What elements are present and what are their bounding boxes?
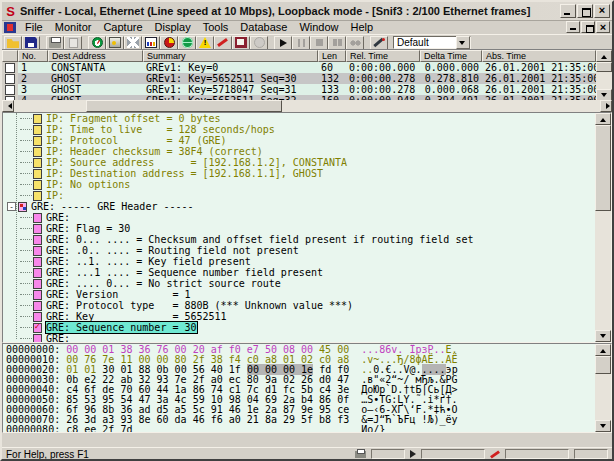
define-filter-button[interactable] <box>124 36 142 50</box>
decode-line[interactable]: IP: Header checksum = 38F4 (correct) <box>3 146 595 157</box>
hex-row[interactable]: 00000060: 6f 96 8b 36 ad d5 a5 5c 91 46 … <box>3 404 595 414</box>
open-button[interactable] <box>4 36 22 50</box>
table-row[interactable]: 2GHOSTGREv1: Key=5652511 Seq=301320:00:0… <box>2 73 596 84</box>
column-header-delta-time[interactable]: Delta Time <box>420 50 482 62</box>
table-row[interactable]: 1CONSTANTAGREv1: Key=0600:00:00.0000.000… <box>2 62 596 73</box>
scroll-up-button[interactable] <box>596 50 612 62</box>
decode-line[interactable]: IP: Fragment offset = 0 bytes <box>3 113 595 124</box>
scroll-down-button[interactable] <box>595 420 611 432</box>
decode-line-selected[interactable]: GRE: Sequence number = 30 <box>3 322 595 333</box>
save-button[interactable] <box>22 36 40 50</box>
menu-monitor[interactable]: Monitor <box>49 21 98 33</box>
decode-line[interactable]: GRE: .... 0... = No strict source route <box>3 278 595 289</box>
scroll-left-button[interactable] <box>2 100 14 112</box>
column-header-summary[interactable]: Summary <box>143 50 318 62</box>
column-header-rel-time[interactable]: Rel. Time <box>346 50 420 62</box>
decode-line[interactable]: GRE: Flag = 30 <box>3 223 595 234</box>
menu-tools[interactable]: Tools <box>197 21 235 33</box>
table-hscrollbar[interactable] <box>2 100 612 112</box>
cell-dest: CONSTANTA <box>48 62 143 73</box>
column-header-len[interactable]: Len <box>318 50 346 62</box>
hex-row[interactable]: 00000080: c8 ee 2f 7d Ио/} <box>3 424 595 432</box>
table-row[interactable]: 3GHOSTGREv1: Key=5718047 Seq=311330:00:0… <box>2 84 596 95</box>
cell-rel: 0:00:00.278 <box>346 73 420 84</box>
scroll-thumb[interactable] <box>596 62 612 72</box>
chevron-down-icon[interactable] <box>456 36 470 49</box>
decode-line[interactable]: IP: No options <box>3 179 595 190</box>
decode-line[interactable]: GRE: 0... .... = Checksum and offset fie… <box>3 234 595 245</box>
scroll-thumb[interactable] <box>595 356 611 374</box>
start-capture-button[interactable] <box>274 36 292 50</box>
hex-row[interactable]: 00000040: c4 6f de 70 60 44 1a 86 74 c1 … <box>3 384 595 394</box>
menu-file[interactable]: File <box>19 21 49 33</box>
menu-display[interactable]: Display <box>149 21 197 33</box>
scroll-right-button[interactable] <box>600 100 612 112</box>
scroll-track <box>14 100 600 112</box>
decode-line[interactable]: GRE: Version = 1 <box>3 289 595 300</box>
status-bar: For Help, press F1 <box>2 447 612 460</box>
matrix-button[interactable] <box>178 36 196 50</box>
scroll-thumb[interactable] <box>86 100 282 112</box>
dashboard-button[interactable] <box>88 36 106 50</box>
mdi-close-button[interactable]: × <box>596 21 610 33</box>
row-checkbox[interactable] <box>5 74 15 84</box>
row-checkbox[interactable] <box>5 63 15 73</box>
print-button[interactable] <box>46 36 64 50</box>
options-button[interactable] <box>370 36 388 50</box>
decode-line[interactable]: GRE: <box>3 333 595 342</box>
decode-line[interactable]: -GRE: ----- GRE Header ----- <box>3 201 595 212</box>
scroll-down-button[interactable] <box>595 330 611 342</box>
document-icon[interactable] <box>4 22 16 33</box>
hex-row[interactable]: 00000010: 00 76 7e 11 00 00 80 2f 38 f4 … <box>3 354 595 364</box>
column-header-abs-time[interactable]: Abs. Time <box>482 50 596 62</box>
minimize-button[interactable] <box>560 4 576 18</box>
decode-pane: IP: Fragment offset = 0 bytesIP: Time to… <box>2 112 612 343</box>
capture-filter-button[interactable] <box>214 36 232 50</box>
hex-dump: 00000000: 00 00 01 38 36 76 00 20 af f0 … <box>3 344 595 432</box>
decode-text: GRE: 0... .... = Checksum and offset fie… <box>46 234 473 245</box>
menu-capture[interactable]: Capture <box>97 21 148 33</box>
hex-row[interactable]: 00000030: 0b e2 22 ab 32 93 7e 2f a0 ec … <box>3 374 595 384</box>
decode-vscrollbar[interactable] <box>595 113 611 342</box>
menu-window[interactable]: Window <box>293 21 344 33</box>
alarm-log-button[interactable] <box>196 36 214 50</box>
hex-row[interactable]: 00000050: 85 53 95 54 47 3a 4c 59 10 98 … <box>3 394 595 404</box>
decode-line[interactable]: GRE: ..1. .... = Key field present <box>3 256 595 267</box>
mdi-restore-button[interactable] <box>581 21 595 33</box>
bar-chart-button[interactable] <box>142 36 160 50</box>
row-checkbox[interactable] <box>5 85 15 95</box>
hex-row[interactable]: 00000070: 26 3d a3 93 8e 60 da 46 f6 a0 … <box>3 414 595 424</box>
decode-line[interactable]: GRE: Protocol type = 880B (*** Unknown v… <box>3 300 595 311</box>
menu-database[interactable]: Database <box>234 21 293 33</box>
profile-select[interactable]: Default <box>393 36 471 49</box>
column-header-dest-address[interactable]: Dest Address <box>48 50 143 62</box>
capture-panel-button[interactable] <box>106 36 124 50</box>
decode-line[interactable]: IP: Time to live = 128 seconds/hops <box>3 124 595 135</box>
column-header-no[interactable]: No. <box>18 50 48 62</box>
decode-line[interactable]: IP: Protocol = 47 (GRE) <box>3 135 595 146</box>
pie-chart-button[interactable] <box>160 36 178 50</box>
hex-vscrollbar[interactable] <box>595 344 611 432</box>
scroll-up-button[interactable] <box>595 344 611 356</box>
decode-line[interactable]: GRE: ...1 .... = Sequence number field p… <box>3 267 595 278</box>
hex-row[interactable]: 00000020: 01 01 30 01 88 0b 00 56 40 1f … <box>3 364 595 374</box>
decode-line[interactable]: IP: Source address = [192.168.1.2], CONS… <box>3 157 595 168</box>
scroll-thumb[interactable] <box>595 125 611 211</box>
decode-line[interactable]: IP: <box>3 190 595 201</box>
decode-line[interactable]: GRE: .0.. .... = Routing field not prese… <box>3 245 595 256</box>
mdi-minimize-button[interactable] <box>566 21 580 33</box>
tree-stub <box>20 316 32 317</box>
close-button[interactable]: × <box>594 4 610 18</box>
restore-button[interactable] <box>577 4 593 18</box>
hex-row[interactable]: 00000000: 00 00 01 38 36 76 00 20 af f0 … <box>3 344 595 354</box>
address-book-button[interactable] <box>232 36 250 50</box>
decode-line[interactable]: IP: Destination address = [192.168.1.1],… <box>3 168 595 179</box>
decode-line[interactable]: GRE: Key = 5652511 <box>3 311 595 322</box>
menu-help[interactable]: Help <box>345 21 380 33</box>
table-vscrollbar[interactable] <box>596 50 612 101</box>
scroll-up-button[interactable] <box>595 113 611 125</box>
tree-stub <box>20 129 32 130</box>
collapse-minus-icon[interactable]: - <box>7 202 16 211</box>
tree-stub <box>20 338 32 339</box>
decode-line[interactable]: GRE: <box>3 212 595 223</box>
